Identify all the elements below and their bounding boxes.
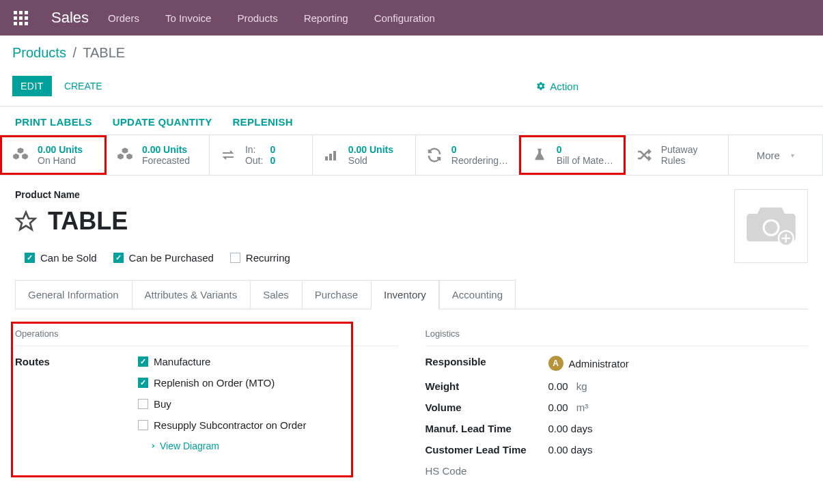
customer-lead-time-label: Customer Lead Time — [426, 444, 548, 456]
checkbox-icon — [230, 253, 240, 263]
can-be-purchased-checkbox[interactable]: Can be Purchased — [113, 252, 214, 264]
tab-sales[interactable]: Sales — [250, 280, 302, 309]
create-button[interactable]: CREATE — [56, 76, 111, 96]
svg-rect-2 — [333, 151, 336, 160]
breadcrumb-sep: / — [73, 45, 77, 60]
nav-configuration[interactable]: Configuration — [374, 12, 435, 24]
star-outline-icon[interactable] — [15, 210, 37, 232]
nav-reporting[interactable]: Reporting — [304, 12, 348, 24]
stat-in-out[interactable]: In: 0 Out: 0 — [210, 135, 313, 175]
checkbox-icon — [138, 399, 148, 409]
breadcrumb: Products / TABLE — [12, 45, 811, 61]
weight-label: Weight — [426, 380, 548, 392]
tab-attributes-variants[interactable]: Attributes & Variants — [132, 280, 251, 309]
manuf-lead-time-label: Manuf. Lead Time — [426, 423, 548, 434]
checkbox-icon — [113, 253, 124, 263]
logistics-section: Logistics Responsible A Administrator We… — [426, 328, 809, 486]
checkbox-icon — [25, 253, 35, 263]
control-panel: Products / TABLE EDIT CREATE Action — [0, 36, 823, 107]
stat-buttons-row: 0.00 Units On Hand 0.00 Units Forecasted… — [0, 135, 823, 176]
flask-icon — [529, 145, 550, 165]
stat-bill-of-materials[interactable]: 0 Bill of Mate… — [519, 135, 626, 175]
stat-reordering[interactable]: 0 Reordering … — [416, 135, 519, 175]
stat-forecasted[interactable]: 0.00 Units Forecasted — [107, 135, 210, 175]
nav-orders[interactable]: Orders — [108, 12, 139, 24]
weight-unit: kg — [576, 380, 587, 392]
volume-unit: m³ — [576, 402, 589, 413]
nav-to-invoice[interactable]: To Invoice — [165, 12, 212, 24]
svg-rect-0 — [325, 156, 328, 160]
product-name-label: Product Name — [15, 189, 808, 200]
refresh-icon — [424, 145, 445, 165]
action-dropdown[interactable]: Action — [536, 81, 578, 92]
responsible-value[interactable]: Administrator — [569, 358, 629, 369]
stat-label: On Hand — [38, 155, 83, 166]
stat-value: 0.00 Units — [348, 144, 393, 155]
volume-value: 0.00 — [548, 402, 568, 413]
stat-sold[interactable]: 0.00 Units Sold — [313, 135, 416, 175]
out-label: Out: — [245, 155, 263, 166]
volume-label: Volume — [426, 402, 548, 413]
view-diagram-link[interactable]: View Diagram — [148, 440, 306, 451]
boxes-icon — [10, 145, 31, 165]
stat-label: Sold — [348, 155, 393, 166]
hs-code-label: HS Code — [426, 465, 548, 477]
transfer-icon — [218, 145, 238, 165]
stat-value: 0.00 Units — [38, 144, 83, 155]
in-label: In: — [245, 144, 263, 155]
breadcrumb-current: TABLE — [83, 45, 125, 60]
in-value: 0 — [270, 144, 275, 155]
stat-value: 0.00 Units — [142, 144, 190, 155]
breadcrumb-root[interactable]: Products — [12, 45, 66, 60]
checkbox-label: Recurring — [246, 252, 290, 264]
stat-label: Rules — [661, 155, 698, 166]
stat-putaway[interactable]: Putaway Rules — [626, 135, 729, 175]
caret-down-icon: ▾ — [791, 152, 794, 159]
route-resupply-checkbox[interactable]: Resupply Subcontractor on Order — [138, 419, 306, 431]
nav-products[interactable]: Products — [237, 12, 277, 24]
route-buy-checkbox[interactable]: Buy — [138, 398, 306, 410]
checkbox-label: Manufacture — [154, 356, 210, 367]
product-title: TABLE — [48, 207, 128, 236]
route-manufacture-checkbox[interactable]: Manufacture — [138, 356, 306, 367]
stat-label: Bill of Mate… — [557, 155, 613, 166]
view-diagram-label: View Diagram — [160, 440, 219, 451]
tab-accounting[interactable]: Accounting — [439, 280, 516, 309]
topbar: Sales Orders To Invoice Products Reporti… — [0, 0, 823, 36]
recurring-checkbox[interactable]: Recurring — [230, 252, 290, 264]
apps-icon[interactable] — [14, 11, 28, 25]
checkbox-label: Can be Sold — [40, 252, 97, 264]
product-image-placeholder[interactable] — [734, 189, 808, 263]
print-labels-button[interactable]: PRINT LABELS — [15, 116, 92, 128]
checkbox-label: Replenish on Order (MTO) — [154, 377, 275, 389]
action-bar: PRINT LABELS UPDATE QUANTITY REPLENISH — [0, 107, 823, 135]
route-mto-checkbox[interactable]: Replenish on Order (MTO) — [138, 377, 306, 389]
gear-icon — [536, 81, 546, 91]
tab-inventory[interactable]: Inventory — [371, 280, 439, 309]
stat-on-hand[interactable]: 0.00 Units On Hand — [0, 135, 107, 175]
app-title[interactable]: Sales — [51, 9, 89, 27]
tab-purchase[interactable]: Purchase — [302, 280, 371, 309]
tab-general-information[interactable]: General Information — [15, 280, 132, 309]
form-sheet: Product Name TABLE Can be Sold Can be Pu… — [0, 176, 823, 504]
update-quantity-button[interactable]: UPDATE QUANTITY — [113, 116, 212, 128]
manuf-lead-time-value: 0.00 days — [548, 423, 593, 434]
arrow-right-icon — [148, 442, 156, 450]
routes-label: Routes — [15, 356, 138, 451]
stat-label: Reordering … — [451, 155, 510, 166]
svg-marker-6 — [17, 212, 36, 229]
checkbox-icon — [138, 356, 148, 367]
random-icon — [634, 145, 654, 165]
checkbox-label: Buy — [154, 398, 171, 410]
edit-button[interactable]: EDIT — [12, 76, 52, 96]
replenish-button[interactable]: REPLENISH — [232, 116, 293, 128]
operations-title: Operations — [15, 328, 398, 346]
stat-more[interactable]: More ▾ — [729, 135, 823, 175]
stat-value: 0 — [557, 144, 613, 155]
action-label: Action — [550, 81, 578, 92]
customer-lead-time-value: 0.00 days — [548, 444, 593, 456]
out-value: 0 — [270, 155, 275, 166]
can-be-sold-checkbox[interactable]: Can be Sold — [25, 252, 97, 264]
stat-value: 0 — [451, 144, 510, 155]
checkbox-label: Resupply Subcontractor on Order — [154, 419, 306, 431]
